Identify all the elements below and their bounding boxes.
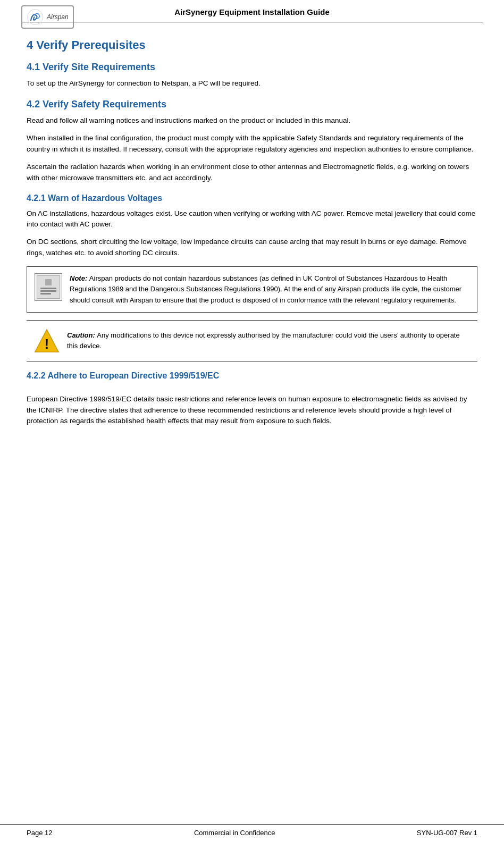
section-4-2-body1: Read and follow all warning notices and … (27, 115, 477, 127)
caution-text: Caution: Any modifications to this devic… (67, 330, 470, 351)
section-4-2-body3: Ascertain the radiation hazards when wor… (27, 162, 477, 184)
note-box: Note: Airspan products do not contain ha… (27, 266, 477, 312)
caution-icon: ! (34, 328, 60, 354)
header-title: AirSynergy Equipment Installation Guide (174, 7, 330, 16)
caution-box: ! Caution: Any modifications to this dev… (27, 320, 477, 361)
footer-center: Commercial in Confidence (194, 829, 275, 837)
logo-box: Airspan (21, 5, 74, 29)
section-4-heading: 4 Verify Prerequisites (27, 38, 477, 52)
section-4-2-1-heading: 4.2.1 Warn of Hazardous Voltages (27, 194, 477, 203)
main-content: 4 Verify Prerequisites 4.1 Verify Site R… (0, 22, 504, 824)
footer-right: SYN-UG-007 Rev 1 (417, 829, 477, 837)
section-4-2-2-body: European Directive 1999/519/EC details b… (27, 394, 477, 427)
note-icon (35, 273, 62, 301)
svg-point-0 (28, 10, 43, 25)
header: Airspan AirSynergy Equipment Installatio… (0, 0, 504, 22)
caution-triangle-icon: ! (34, 328, 60, 354)
section-4-2-heading: 4.2 Verify Safety Requirements (27, 99, 477, 110)
section-4-2-2-heading: 4.2.2 Adhere to European Directive 1999/… (27, 371, 477, 381)
section-4-2-1-body1: On AC installations, hazardous voltages … (27, 208, 477, 231)
section-4-2-1-body2: On DC sections, short circuiting the low… (27, 237, 477, 259)
section-4-2-body2: When installed in the final configuratio… (27, 133, 477, 155)
logo-area: Airspan (21, 5, 74, 29)
footer-page: Page 12 (27, 829, 52, 837)
note-image (37, 275, 60, 299)
svg-text:!: ! (45, 337, 49, 351)
note-text: Note: Airspan products do not contain ha… (70, 273, 469, 305)
section-4-1-body: To set up the AirSynergy for connection … (27, 78, 477, 89)
section-4-1-heading: 4.1 Verify Site Requirements (27, 62, 477, 73)
footer: Page 12 Commercial in Confidence SYN-UG-… (0, 824, 504, 841)
logo-text: Airspan (47, 13, 69, 21)
page-wrapper: Airspan AirSynergy Equipment Installatio… (0, 0, 504, 841)
airspan-logo-icon (27, 9, 44, 26)
